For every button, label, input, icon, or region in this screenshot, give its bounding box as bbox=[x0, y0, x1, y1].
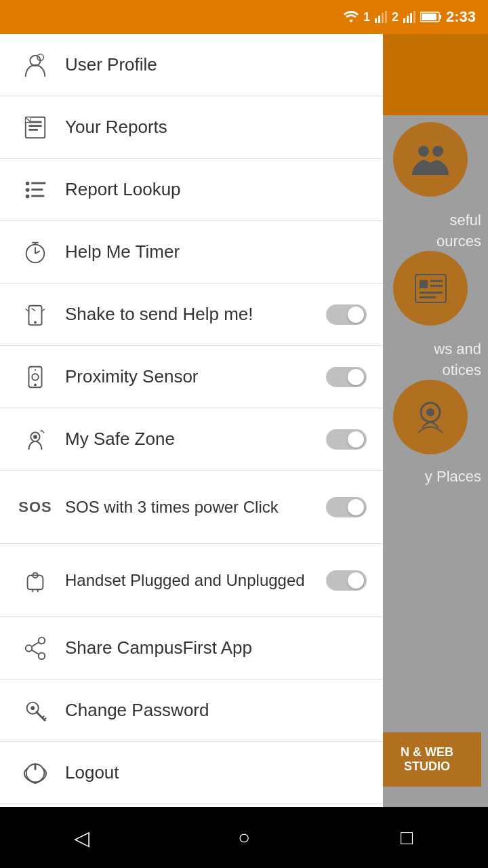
menu-item-help-me-timer[interactable]: Help Me Timer bbox=[0, 221, 383, 283]
menu-item-logout[interactable]: Logout bbox=[0, 742, 383, 804]
help-me-timer-icon bbox=[16, 239, 54, 265]
menu-item-my-safe-zone[interactable]: My Safe Zone bbox=[0, 408, 383, 471]
svg-point-11 bbox=[418, 146, 429, 157]
handset-plugged-toggle[interactable] bbox=[326, 570, 367, 591]
svg-rect-10 bbox=[422, 14, 436, 20]
your-reports-label: Your Reports bbox=[65, 117, 367, 138]
svg-point-56 bbox=[26, 645, 33, 652]
my-safe-zone-label: My Safe Zone bbox=[65, 429, 326, 450]
svg-rect-35 bbox=[31, 195, 44, 197]
status-bar: 1 2 2:33 bbox=[0, 0, 488, 34]
change-password-label: Change Password bbox=[65, 700, 367, 721]
svg-rect-33 bbox=[31, 189, 43, 191]
svg-rect-6 bbox=[410, 13, 412, 23]
menu-item-user-profile[interactable]: User Profile bbox=[0, 34, 383, 96]
svg-line-38 bbox=[35, 251, 40, 254]
svg-point-34 bbox=[26, 194, 30, 198]
proximity-sensor-icon bbox=[16, 364, 54, 390]
svg-rect-31 bbox=[31, 182, 45, 184]
svg-point-47 bbox=[32, 374, 39, 380]
svg-point-12 bbox=[432, 146, 443, 157]
svg-point-49 bbox=[34, 383, 37, 386]
menu-item-handset-plugged[interactable]: Handset Plugged and Unplugged bbox=[0, 544, 383, 617]
logout-label: Logout bbox=[65, 762, 367, 783]
svg-line-42 bbox=[31, 308, 35, 311]
shake-help-toggle[interactable] bbox=[326, 304, 367, 325]
menu-item-proximity-sensor[interactable]: Proximity Sensor bbox=[0, 346, 383, 408]
handset-plugged-label: Handset Plugged and Unplugged bbox=[65, 571, 326, 590]
bg-places-text: y Places bbox=[425, 468, 481, 486]
sos-power-toggle[interactable] bbox=[326, 497, 367, 517]
proximity-sensor-toggle[interactable] bbox=[326, 367, 367, 387]
svg-line-59 bbox=[32, 650, 39, 654]
bg-useful-text: sefulources bbox=[436, 210, 481, 252]
svg-rect-3 bbox=[385, 11, 387, 23]
news-icon bbox=[409, 267, 453, 311]
svg-point-57 bbox=[39, 652, 45, 659]
change-password-icon bbox=[16, 698, 54, 724]
menu-item-sos-power[interactable]: SOS SOS with 3 times power Click bbox=[0, 471, 383, 544]
menu-item-report-lookup[interactable]: Report Lookup bbox=[0, 159, 383, 221]
status-icons: 1 2 2:33 bbox=[343, 8, 476, 26]
my-safe-zone-toggle[interactable] bbox=[326, 429, 367, 450]
battery-icon bbox=[420, 11, 442, 23]
report-lookup-icon bbox=[16, 177, 54, 203]
svg-rect-7 bbox=[413, 11, 415, 23]
user-profile-icon bbox=[16, 52, 54, 78]
user-profile-label: User Profile bbox=[65, 54, 367, 75]
svg-rect-16 bbox=[430, 285, 443, 287]
menu-item-your-reports[interactable]: Your Reports bbox=[0, 96, 383, 159]
bg-banner-line1: N & WEB bbox=[401, 745, 453, 760]
location-icon bbox=[409, 395, 453, 439]
svg-rect-0 bbox=[375, 18, 377, 23]
logout-icon bbox=[16, 760, 54, 786]
svg-point-51 bbox=[33, 435, 37, 439]
svg-point-20 bbox=[426, 408, 434, 416]
svg-rect-14 bbox=[420, 280, 428, 288]
back-button[interactable]: ◁ bbox=[61, 817, 102, 858]
svg-line-58 bbox=[32, 642, 39, 646]
proximity-sensor-label: Proximity Sensor bbox=[65, 366, 326, 387]
bg-circle-places bbox=[393, 380, 468, 454]
share-app-label: Share CampusFirst App bbox=[65, 637, 367, 658]
svg-rect-5 bbox=[407, 16, 409, 23]
sos-power-label: SOS with 3 times power Click bbox=[65, 498, 326, 517]
svg-rect-4 bbox=[403, 18, 405, 23]
bg-circle-people bbox=[393, 122, 468, 197]
svg-rect-9 bbox=[439, 15, 441, 19]
handset-plugged-icon bbox=[16, 568, 54, 593]
menu-item-change-password[interactable]: Change Password bbox=[0, 679, 383, 742]
svg-rect-2 bbox=[382, 13, 384, 23]
signal1-icon: 1 bbox=[363, 10, 370, 24]
svg-point-30 bbox=[26, 181, 30, 185]
shake-help-icon bbox=[16, 302, 54, 328]
share-app-icon bbox=[16, 635, 54, 661]
people-icon bbox=[409, 138, 453, 182]
your-reports-icon bbox=[16, 115, 54, 140]
signal1-bars bbox=[374, 10, 388, 24]
svg-rect-15 bbox=[430, 280, 443, 282]
bottom-navigation: ◁ ○ □ bbox=[0, 807, 488, 868]
bg-banner-line2: STUDIO bbox=[404, 760, 450, 774]
svg-rect-18 bbox=[420, 296, 436, 298]
help-me-timer-label: Help Me Timer bbox=[65, 241, 367, 262]
report-lookup-label: Report Lookup bbox=[65, 179, 367, 200]
signal2-icon: 2 bbox=[392, 10, 399, 24]
sos-text-label: SOS bbox=[18, 498, 52, 516]
svg-rect-1 bbox=[378, 16, 380, 23]
shake-help-label: Shake to send Help me! bbox=[65, 304, 326, 325]
wifi-icon bbox=[343, 10, 359, 24]
my-safe-zone-icon bbox=[16, 427, 54, 452]
svg-rect-26 bbox=[29, 128, 38, 130]
menu-item-shake-help[interactable]: Shake to send Help me! bbox=[0, 283, 383, 346]
home-button[interactable]: ○ bbox=[224, 817, 264, 858]
svg-point-61 bbox=[30, 706, 35, 710]
svg-rect-17 bbox=[420, 292, 443, 294]
status-time: 2:33 bbox=[446, 8, 476, 26]
bg-circle-news bbox=[393, 251, 468, 326]
bg-ws-text: ws andotices bbox=[434, 339, 481, 381]
recent-button[interactable]: □ bbox=[386, 817, 427, 858]
svg-point-32 bbox=[26, 188, 30, 192]
menu-item-share-app[interactable]: Share CampusFirst App bbox=[0, 617, 383, 679]
signal2-bars bbox=[403, 10, 416, 24]
